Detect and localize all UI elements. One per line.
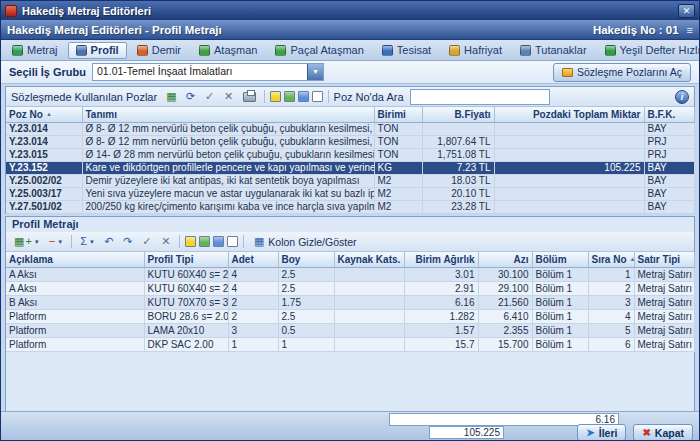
- tab-hafriyat[interactable]: Hafriyat: [441, 42, 510, 59]
- cell-aciklama[interactable]: B Aksı: [6, 295, 144, 309]
- cell-birimi[interactable]: TON: [374, 135, 422, 148]
- cell-satir-tipi[interactable]: Metraj Satırı: [634, 309, 694, 323]
- table-row[interactable]: Y.23.014Ø 8- Ø 12 mm nervürlü beton çeli…: [6, 122, 694, 135]
- tab-metraj[interactable]: Metraj: [4, 42, 66, 59]
- column-header-satir-tipi[interactable]: Satır Tipi: [634, 252, 694, 267]
- cell-profil-tipi[interactable]: BORU 28.6 s= 2.0: [144, 309, 228, 323]
- cell-profil-tipi[interactable]: KUTU 70X70 s= 3 mm: [144, 295, 228, 309]
- tab-demir[interactable]: Demir: [129, 42, 189, 59]
- cell-azi[interactable]: 30.100: [478, 267, 532, 281]
- menu-icon[interactable]: ≡: [687, 24, 693, 36]
- cell-bfk[interactable]: BAY: [644, 122, 694, 135]
- cell-adet[interactable]: 2: [228, 295, 278, 309]
- tab-profil[interactable]: Profil: [68, 42, 127, 59]
- table-row[interactable]: PlatformBORU 28.6 s= 2.022.51.2826.410Bö…: [6, 309, 694, 323]
- redo-button[interactable]: ↷: [120, 234, 136, 250]
- grid-export-button[interactable]: ▦: [163, 89, 179, 105]
- cell-bolum[interactable]: Bölüm 1: [532, 295, 588, 309]
- cell-miktar[interactable]: [494, 148, 644, 161]
- table-row[interactable]: Y.25.002/02Demir yüzeylere iki kat antip…: [6, 174, 694, 187]
- cell-poz-no[interactable]: Y.27.501/02: [6, 200, 82, 213]
- cell-miktar[interactable]: [494, 200, 644, 213]
- column-header-b-fiyati[interactable]: B.Fiyatı: [422, 107, 494, 122]
- cell-boy[interactable]: 2.5: [278, 281, 334, 295]
- cell-poz-no[interactable]: Y.23.014: [6, 135, 82, 148]
- cell-birimi[interactable]: TON: [374, 122, 422, 135]
- column-header-azi[interactable]: Azı: [478, 252, 532, 267]
- cell-adet[interactable]: 4: [228, 281, 278, 295]
- cell-satir-tipi[interactable]: Metraj Satırı: [634, 337, 694, 351]
- kapat-button[interactable]: ✖ Kapat: [633, 424, 693, 441]
- cell-poz-no[interactable]: Y.23.152: [6, 161, 82, 174]
- table-row[interactable]: Y.23.152Kare ve dikdörtgen profillerle p…: [6, 161, 694, 174]
- column-header-birimi[interactable]: Birimi: [374, 107, 422, 122]
- apply-button[interactable]: ✓: [139, 234, 155, 250]
- yellow-swatch[interactable]: [185, 236, 196, 247]
- cell-aciklama[interactable]: Platform: [6, 323, 144, 337]
- green-swatch[interactable]: [284, 91, 295, 102]
- cell-tanimi[interactable]: Kare ve dikdörtgen profillerle pencere v…: [82, 161, 374, 174]
- column-header-birim-agirlik[interactable]: Birim Ağırlık: [404, 252, 478, 267]
- cell-bfk[interactable]: BAY: [644, 187, 694, 200]
- cell-bfk[interactable]: BAY: [644, 200, 694, 213]
- cell-satir-tipi[interactable]: Metraj Satırı: [634, 295, 694, 309]
- cell-birim-agirlik[interactable]: 2.91: [404, 281, 478, 295]
- cancel-button[interactable]: ✕: [221, 89, 237, 105]
- blue-swatch[interactable]: [298, 91, 309, 102]
- cell-adet[interactable]: 3: [228, 323, 278, 337]
- cell-aciklama[interactable]: A Aksı: [6, 267, 144, 281]
- column-header-boy[interactable]: Boy: [278, 252, 334, 267]
- cell-poz-no[interactable]: Y.23.014: [6, 122, 82, 135]
- cell-birim-agirlik[interactable]: 1.57: [404, 323, 478, 337]
- kolon-gizle-goster-button[interactable]: ▦ Kolon Gizle/Göster: [249, 234, 362, 250]
- cell-b-fiyati[interactable]: 1,751.08 TL: [422, 148, 494, 161]
- cell-b-fiyati[interactable]: 1,807.64 TL: [422, 135, 494, 148]
- cell-profil-tipi[interactable]: LAMA 20x10: [144, 323, 228, 337]
- cell-bfk[interactable]: PRJ: [644, 135, 694, 148]
- cell-birim-agirlik[interactable]: 15.7: [404, 337, 478, 351]
- cell-bolum[interactable]: Bölüm 1: [532, 323, 588, 337]
- close-button[interactable]: ✕: [678, 4, 695, 18]
- cell-aciklama[interactable]: Platform: [6, 337, 144, 351]
- table-row[interactable]: A AksıKUTU 60X40 s= 2 mm42.52.9129.100Bö…: [6, 281, 694, 295]
- cell-sira-no[interactable]: 4: [588, 309, 634, 323]
- cell-miktar[interactable]: [494, 174, 644, 187]
- tab-yesil-defter[interactable]: Yeşil Defter Hızlı Veri Girişi: [597, 42, 700, 59]
- cell-poz-no[interactable]: Y.25.003/17: [6, 187, 82, 200]
- yellow-swatch[interactable]: [270, 91, 281, 102]
- cell-kaynak[interactable]: [334, 337, 404, 351]
- sozlesme-pozlari-button[interactable]: Sözleşme Pozlarını Aç: [553, 63, 691, 82]
- cell-sira-no[interactable]: 5: [588, 323, 634, 337]
- column-header-poz-no[interactable]: Poz No▲: [6, 107, 82, 122]
- cell-boy[interactable]: 1.75: [278, 295, 334, 309]
- cell-satir-tipi[interactable]: Metraj Satırı: [634, 323, 694, 337]
- table-row[interactable]: B AksıKUTU 70X70 s= 3 mm21.756.1621.560B…: [6, 295, 694, 309]
- column-header-profil-tipi[interactable]: Profil Tipi: [144, 252, 228, 267]
- blue-swatch[interactable]: [213, 236, 224, 247]
- column-header-kaynak[interactable]: Kaynak Kats.: [334, 252, 404, 267]
- cell-kaynak[interactable]: [334, 267, 404, 281]
- cell-birim-agirlik[interactable]: 1.282: [404, 309, 478, 323]
- cell-bolum[interactable]: Bölüm 1: [532, 309, 588, 323]
- cell-adet[interactable]: 1: [228, 337, 278, 351]
- sum-button[interactable]: Σ ▼: [77, 234, 98, 250]
- cell-tanimi[interactable]: Ø 8- Ø 12 mm nervürlü beton çelik çubuğu…: [82, 135, 374, 148]
- remove-row-button[interactable]: − ▼: [46, 234, 66, 250]
- info-button[interactable]: i: [675, 90, 689, 104]
- cell-kaynak[interactable]: [334, 323, 404, 337]
- cell-kaynak[interactable]: [334, 309, 404, 323]
- table-row[interactable]: Y.23.015Ø 14- Ø 28 mm nervürlü beton çel…: [6, 148, 694, 161]
- cell-tanimi[interactable]: Ø 14- Ø 28 mm nervürlü beton çelik çubuğ…: [82, 148, 374, 161]
- poz-search-input[interactable]: [410, 89, 550, 105]
- is-grubu-combo[interactable]: 01.01-Temel İnşaat İmalatları ▼: [92, 63, 324, 81]
- cell-birim-agirlik[interactable]: 3.01: [404, 267, 478, 281]
- cell-adet[interactable]: 2: [228, 309, 278, 323]
- cell-bolum[interactable]: Bölüm 1: [532, 337, 588, 351]
- table-row[interactable]: A AksıKUTU 60X40 s= 2 mm42.53.0130.100Bö…: [6, 267, 694, 281]
- cell-sira-no[interactable]: 6: [588, 337, 634, 351]
- cell-b-fiyati[interactable]: 7.23 TL: [422, 161, 494, 174]
- cell-tanimi[interactable]: Yeni sıva yüzeylere macun ve astar uygul…: [82, 187, 374, 200]
- tab-tutanaklar[interactable]: Tutanaklar: [512, 42, 595, 59]
- cell-b-fiyati[interactable]: 18.03 TL: [422, 174, 494, 187]
- table-row[interactable]: PlatformLAMA 20x1030.51.572.355Bölüm 15M…: [6, 323, 694, 337]
